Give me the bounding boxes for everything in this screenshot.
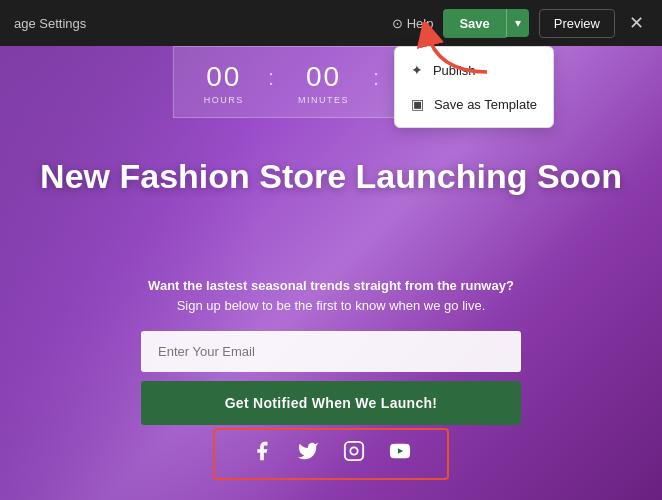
countdown-minutes: 00 MINUTES	[298, 61, 349, 105]
subheading-bold: Want the lastest seasonal trends straigh…	[148, 278, 514, 293]
save-template-menu-item[interactable]: ▣ Save as Template	[395, 87, 553, 121]
main-content: 00 HOURS : 00 MINUTES : 00 SECONDS New F…	[0, 46, 662, 500]
countdown-hours: 00 HOURS	[204, 61, 244, 105]
close-button[interactable]: ✕	[625, 12, 648, 34]
hours-value: 00	[206, 61, 241, 93]
save-button[interactable]: Save	[443, 9, 505, 38]
help-label: Help	[407, 16, 434, 31]
svg-point-1	[350, 447, 357, 454]
save-template-label: Save as Template	[434, 97, 537, 112]
twitter-icon[interactable]	[297, 440, 319, 468]
save-dropdown-menu: ✦ Publish ▣ Save as Template	[394, 46, 554, 128]
social-icons-row	[213, 428, 449, 480]
chevron-down-icon: ▾	[515, 16, 521, 30]
subheading-normal: Sign up below to be the first to know wh…	[177, 298, 486, 313]
help-button[interactable]: ⊙ Help	[392, 16, 434, 31]
publish-icon: ✦	[411, 62, 423, 78]
separator-1: :	[268, 65, 274, 91]
hours-label: HOURS	[204, 95, 244, 105]
topbar-right: ⊙ Help Save ▾ Preview ✕	[392, 9, 648, 38]
preview-button[interactable]: Preview	[539, 9, 615, 38]
page-heading: New Fashion Store Launching Soon	[0, 156, 662, 197]
instagram-icon[interactable]	[343, 440, 365, 468]
page-subheading: Want the lastest seasonal trends straigh…	[0, 276, 662, 315]
minutes-value: 00	[306, 61, 341, 93]
facebook-icon[interactable]	[251, 440, 273, 468]
cta-button[interactable]: Get Notified When We Launch!	[141, 381, 521, 425]
template-icon: ▣	[411, 96, 424, 112]
publish-menu-item[interactable]: ✦ Publish	[395, 53, 553, 87]
youtube-icon[interactable]	[389, 440, 411, 468]
minutes-label: MINUTES	[298, 95, 349, 105]
email-input-wrapper	[141, 331, 521, 372]
email-input[interactable]	[141, 331, 521, 372]
topbar: age Settings ⊙ Help Save ▾ Preview ✕	[0, 0, 662, 46]
separator-2: :	[373, 65, 379, 91]
page-settings-label: age Settings	[14, 16, 86, 31]
publish-label: Publish	[433, 63, 476, 78]
svg-rect-0	[345, 442, 363, 460]
help-icon: ⊙	[392, 16, 403, 31]
save-group: Save ▾	[443, 9, 528, 38]
save-dropdown-button[interactable]: ▾	[506, 9, 529, 37]
